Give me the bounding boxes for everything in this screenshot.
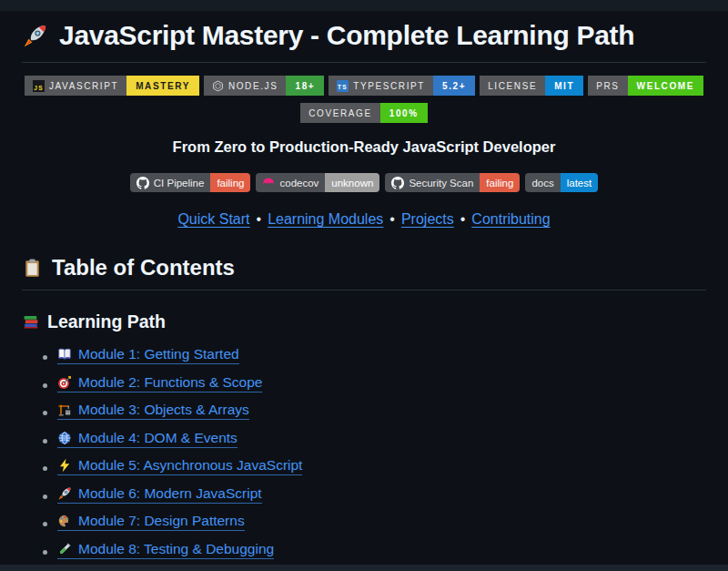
badge-value: 5.2+ <box>433 76 475 96</box>
badge-security-scan[interactable]: Security Scan failing <box>385 173 520 192</box>
github-logo-icon <box>391 177 404 189</box>
module-4-link[interactable]: Module 4: DOM & Events <box>57 430 238 448</box>
test-tube-emoji-icon <box>57 542 72 556</box>
badge-value: failing <box>480 173 520 192</box>
nav-link-quick-start[interactable]: Quick Start <box>177 211 249 227</box>
badge-typescript-version[interactable]: TYPESCRIPT 5.2+ <box>329 76 475 96</box>
viewport-bottom-edge <box>0 565 728 571</box>
toc-heading: Table of Contents <box>22 255 706 291</box>
badge-label: LICENSE <box>488 81 537 91</box>
badge-value: 18+ <box>286 76 324 96</box>
badge-value: MASTERY <box>126 76 199 96</box>
badge-value: latest <box>561 173 599 192</box>
badge-ci-pipeline[interactable]: CI Pipeline failing <box>130 173 251 192</box>
tagline: From Zero to Production-Ready JavaScript… <box>22 138 706 156</box>
viewport-top-edge <box>0 0 728 11</box>
badge-label: PRS <box>596 81 619 91</box>
codecov-logo-icon <box>262 177 275 189</box>
construction-crane-emoji-icon <box>57 403 72 417</box>
module-list: Module 1: Getting Started Module 2: Func… <box>22 346 706 571</box>
badge-codecov[interactable]: codecov unknown <box>256 173 379 192</box>
badge-value: WELCOME <box>628 76 703 96</box>
badge-label: NODE.JS <box>228 81 278 91</box>
rocket-emoji-icon <box>57 486 72 501</box>
list-item: Module 7: Design Patterns <box>57 513 706 532</box>
toc-heading-text: Table of Contents <box>52 255 235 280</box>
module-5-link[interactable]: Module 5: Asynchronous JavaScript <box>57 457 302 475</box>
list-item: Module 1: Getting Started <box>57 346 706 365</box>
page-title-text: JavaScript Mastery - Complete Learning P… <box>59 20 634 51</box>
nav-link-projects[interactable]: Projects <box>401 211 454 227</box>
open-book-emoji-icon <box>57 347 72 362</box>
badge-label: TYPESCRIPT <box>353 81 425 91</box>
badge-javascript-mastery[interactable]: JAVASCRIPT MASTERY <box>25 76 199 96</box>
badge-label: COVERAGE <box>308 108 371 118</box>
clipboard-emoji-icon <box>22 258 43 279</box>
module-7-link[interactable]: Module 7: Design Patterns <box>57 513 245 531</box>
badge-row-status: CI Pipeline failing codecov unknown Secu… <box>22 173 706 192</box>
badge-label: JAVASCRIPT <box>49 81 118 91</box>
nodejs-logo-icon <box>212 80 224 92</box>
badge-label: Security Scan <box>409 178 473 189</box>
badge-value: unknown <box>325 173 379 192</box>
nav-link-learning-modules[interactable]: Learning Modules <box>268 211 383 227</box>
learning-path-heading-text: Learning Path <box>47 311 166 332</box>
dart-emoji-icon <box>57 375 72 390</box>
page-title: JavaScript Mastery - Complete Learning P… <box>22 20 706 63</box>
badge-row-coverage: COVERAGE 100% <box>22 103 706 123</box>
list-item: Module 6: Modern JavaScript <box>57 485 706 505</box>
typescript-logo-icon <box>337 80 349 92</box>
nav-separator: • <box>460 211 466 227</box>
list-item: Module 4: DOM & Events <box>57 430 706 449</box>
github-logo-icon <box>136 177 149 189</box>
module-2-link[interactable]: Module 2: Functions & Scope <box>57 374 262 393</box>
palette-emoji-icon <box>57 514 72 528</box>
list-item: Module 3: Objects & Arrays <box>57 402 706 421</box>
badge-label: codecov <box>279 178 318 189</box>
badge-prs-welcome[interactable]: PRS WELCOME <box>588 76 703 96</box>
module-6-link[interactable]: Module 6: Modern JavaScript <box>57 485 262 504</box>
badge-value: 100% <box>380 103 428 123</box>
badge-row-tech: JAVASCRIPT MASTERY NODE.JS 18+ TYPESCRIP… <box>22 76 706 96</box>
nav-separator: • <box>389 211 395 227</box>
readme-content: JavaScript Mastery - Complete Learning P… <box>0 20 728 571</box>
zap-emoji-icon <box>57 458 72 473</box>
badge-coverage[interactable]: COVERAGE 100% <box>300 103 427 123</box>
globe-emoji-icon <box>57 431 72 445</box>
badge-license-mit[interactable]: LICENSE MIT <box>480 76 583 96</box>
list-item: Module 5: Asynchronous JavaScript <box>57 457 706 476</box>
module-8-link[interactable]: Module 8: Testing & Debugging <box>57 541 274 559</box>
badge-nodejs-version[interactable]: NODE.JS 18+ <box>204 76 324 96</box>
badge-docs[interactable]: docs latest <box>525 173 598 192</box>
list-item: Module 8: Testing & Debugging <box>57 541 706 560</box>
quick-nav: Quick Start•Learning Modules•Projects•Co… <box>22 211 706 228</box>
books-emoji-icon <box>22 313 39 331</box>
list-item: Module 2: Functions & Scope <box>57 374 706 393</box>
module-1-link[interactable]: Module 1: Getting Started <box>57 346 239 364</box>
rocket-emoji-icon <box>22 23 48 49</box>
nav-link-contributing[interactable]: Contributing <box>471 211 550 227</box>
module-3-link[interactable]: Module 3: Objects & Arrays <box>57 402 249 420</box>
badge-value: MIT <box>545 76 583 96</box>
badge-label: docs <box>531 178 553 189</box>
learning-path-heading: Learning Path <box>22 311 706 332</box>
badge-label: CI Pipeline <box>154 178 205 189</box>
badge-value: failing <box>210 173 250 192</box>
nav-separator: • <box>257 211 262 227</box>
javascript-logo-icon <box>33 80 45 92</box>
